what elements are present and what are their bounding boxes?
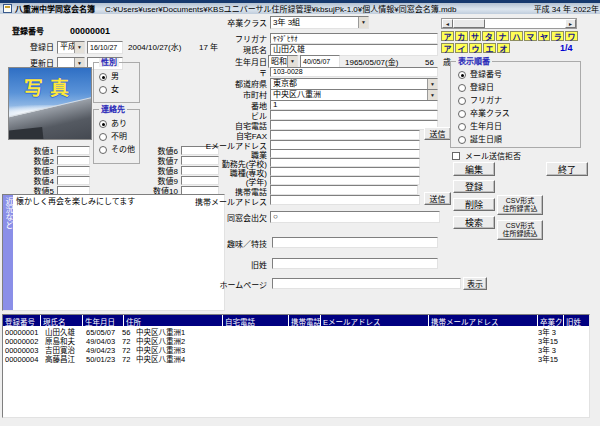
- radio-icon[interactable]: [458, 71, 466, 79]
- kana-button-ra[interactable]: ラ: [551, 31, 564, 41]
- contact-option-other[interactable]: その他: [99, 145, 135, 154]
- zip-input[interactable]: 103-0028: [270, 67, 438, 77]
- fax-send-button[interactable]: 送信: [424, 127, 451, 140]
- edit-button[interactable]: 編集: [453, 162, 495, 176]
- kana-button-ta[interactable]: タ: [482, 31, 495, 41]
- kana-button-sa[interactable]: サ: [469, 31, 482, 41]
- kana-button-ya[interactable]: ヤ: [538, 31, 551, 41]
- mobile-input[interactable]: [270, 185, 418, 195]
- photo[interactable]: 写真: [8, 67, 92, 140]
- kana-button-a2[interactable]: ア: [441, 43, 454, 53]
- radio-icon[interactable]: [99, 120, 107, 128]
- col-header-hometel: 自宅電話: [223, 315, 289, 326]
- numeric-label-6: 数値6: [146, 147, 178, 156]
- banchi-input[interactable]: 1: [270, 100, 438, 110]
- app-window: { "title_bar": { "app_title": "八重洲中学同窓会名…: [0, 0, 600, 426]
- dropdown-arrow-icon[interactable]: ▼: [287, 56, 297, 67]
- radio-icon[interactable]: [458, 110, 466, 118]
- job-input[interactable]: [270, 149, 420, 158]
- home-tel-input[interactable]: [270, 120, 438, 130]
- dropdown-arrow-icon[interactable]: ▼: [74, 42, 84, 53]
- search-button[interactable]: 検索: [453, 216, 495, 229]
- numeric-label-3: 数値3: [28, 167, 54, 176]
- numeric-input-2[interactable]: [57, 156, 90, 165]
- record-scrollbar[interactable]: ◄ ►: [441, 18, 577, 29]
- sort-option-regdate[interactable]: 登録日: [458, 83, 494, 92]
- grade-input[interactable]: [270, 176, 420, 185]
- kana-button-ha[interactable]: ハ: [510, 31, 523, 41]
- scroll-right-icon[interactable]: ►: [565, 19, 576, 28]
- csv-write-button[interactable]: CSV形式住所録書込: [497, 195, 543, 215]
- table-row[interactable]: 00000002原島和夫49/04/0372中央区八重洲23年15: [3, 337, 564, 346]
- csv-read-button[interactable]: CSV形式住所録読込: [497, 220, 543, 240]
- radio-icon[interactable]: [99, 86, 107, 94]
- contact-option-available[interactable]: あり: [99, 119, 127, 128]
- radio-icon[interactable]: [458, 123, 466, 131]
- radio-icon[interactable]: [99, 146, 107, 154]
- mobile-mail-input[interactable]: [270, 195, 420, 205]
- homepage-input[interactable]: [272, 278, 461, 289]
- email-label: Eメールアドレス: [195, 142, 267, 151]
- kana-button-o[interactable]: オ: [497, 43, 510, 53]
- numeric-input-1[interactable]: [57, 146, 90, 155]
- reg-date-era-combo[interactable]: 平成▼: [57, 41, 85, 54]
- kana-button-ka[interactable]: カ: [455, 31, 468, 41]
- gender-option-female[interactable]: 女: [99, 85, 119, 94]
- contact-option-unknown[interactable]: 不明: [99, 132, 127, 141]
- table-row[interactable]: 00000001山田久雄65/05/0756中央区八重洲13年 3: [3, 328, 564, 337]
- sort-option-regno[interactable]: 登録番号: [458, 70, 502, 79]
- radio-icon[interactable]: [458, 136, 466, 144]
- kana-button-na[interactable]: ナ: [496, 31, 509, 41]
- sort-option-birthday[interactable]: 誕生日順: [458, 135, 502, 144]
- jobtype-input[interactable]: [270, 167, 420, 176]
- hobby-input[interactable]: [272, 237, 438, 248]
- radio-icon[interactable]: [99, 133, 107, 141]
- kana-button-i[interactable]: イ: [455, 43, 468, 53]
- table-row[interactable]: 00000003吉田寛治49/04/2372中央区八重洲33年 3: [3, 346, 564, 355]
- bldg-input[interactable]: [270, 110, 438, 120]
- scrollbar-track[interactable]: [485, 19, 565, 28]
- contact-group-title: 連絡先: [99, 105, 127, 114]
- scroll-left-icon[interactable]: ◄: [442, 19, 453, 28]
- sort-option-furigana[interactable]: フリガナ: [458, 96, 502, 105]
- radio-icon[interactable]: [458, 84, 466, 92]
- app-icon: [3, 4, 12, 13]
- table-row[interactable]: 00000004高藤昌江50/01/2372中央区八重洲43年15: [3, 355, 564, 364]
- reg-no-label: 登録番号: [12, 27, 44, 36]
- reg-date-input[interactable]: 16/10/27: [87, 41, 123, 54]
- notes-textarea[interactable]: 懐かしく再会を楽しみにしてます: [13, 195, 224, 310]
- maiden-input[interactable]: [272, 258, 438, 269]
- mail-reject-checkbox[interactable]: [452, 152, 460, 160]
- dropdown-arrow-icon[interactable]: ▼: [358, 17, 368, 28]
- work-input[interactable]: [270, 158, 420, 167]
- name-label: 現氏名: [207, 46, 267, 55]
- delete-button[interactable]: 削除: [453, 198, 495, 211]
- gender-option-male[interactable]: 男: [99, 72, 119, 81]
- dropdown-arrow-icon[interactable]: ▼: [427, 90, 437, 100]
- kana-button-e[interactable]: エ: [483, 43, 496, 53]
- furigana-input[interactable]: ﾔﾏﾀﾞﾋｻｵ: [270, 33, 438, 44]
- sort-order-title: 表示順番: [456, 57, 492, 66]
- class-combo[interactable]: 3年 3組▼: [270, 16, 369, 29]
- radio-icon[interactable]: [99, 73, 107, 81]
- homepage-show-button[interactable]: 表示: [463, 277, 487, 290]
- photo-label: 写真: [9, 73, 91, 100]
- numeric-input-3[interactable]: [57, 166, 90, 175]
- record-list[interactable]: 登録番号現氏名生年月日住所自宅電話携帯電話Eメールアドレス携帯メールアドレス卒業…: [2, 314, 590, 418]
- kana-button-u[interactable]: ウ: [469, 43, 482, 53]
- mobile-send-button[interactable]: 送信: [424, 192, 451, 205]
- scrollbar-thumb[interactable]: [453, 19, 485, 28]
- kana-button-wa[interactable]: ワ: [565, 31, 578, 41]
- numeric-input-4[interactable]: [57, 176, 90, 185]
- kana-button-ma[interactable]: マ: [524, 31, 537, 41]
- sort-option-class[interactable]: 卒業クラス: [458, 109, 510, 118]
- home-fax-input[interactable]: [270, 130, 420, 140]
- register-button[interactable]: 登録: [453, 180, 495, 193]
- sort-option-birth[interactable]: 生年月日: [458, 122, 502, 131]
- dropdown-arrow-icon[interactable]: ▼: [427, 79, 437, 89]
- kana-button-a[interactable]: ア: [441, 31, 454, 41]
- radio-icon[interactable]: [458, 97, 466, 105]
- grade-label: (学年): [225, 178, 267, 187]
- close-button[interactable]: 終了: [546, 162, 588, 176]
- reunion-input[interactable]: ○: [270, 211, 440, 223]
